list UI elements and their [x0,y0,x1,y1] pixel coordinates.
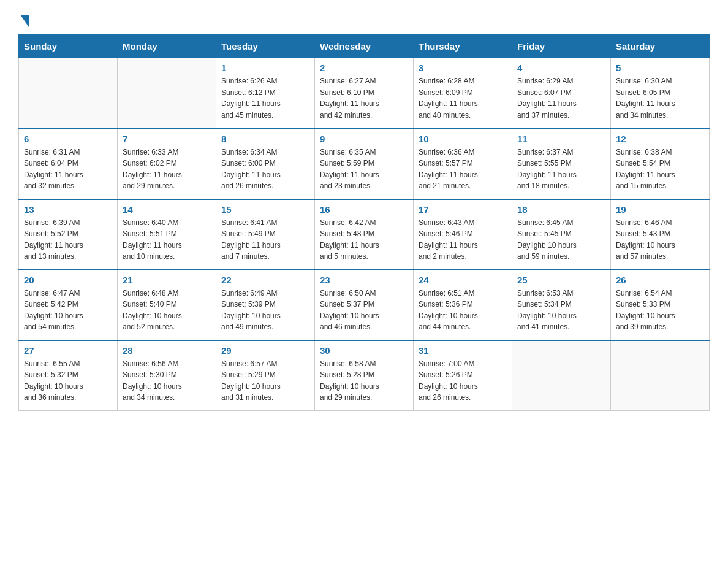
day-number: 28 [123,345,211,356]
day-info: Sunrise: 6:30 AM Sunset: 6:05 PM Dayligh… [616,75,704,121]
calendar-cell: 5Sunrise: 6:30 AM Sunset: 6:05 PM Daylig… [611,58,710,129]
day-number: 3 [419,63,507,73]
day-info: Sunrise: 6:35 AM Sunset: 5:59 PM Dayligh… [320,147,408,192]
day-number: 23 [320,275,408,285]
day-info: Sunrise: 6:38 AM Sunset: 5:54 PM Dayligh… [616,147,704,192]
day-info: Sunrise: 6:51 AM Sunset: 5:36 PM Dayligh… [419,288,507,333]
day-number: 5 [616,63,704,73]
day-number: 16 [320,204,408,215]
day-info: Sunrise: 6:34 AM Sunset: 6:00 PM Dayligh… [221,147,309,192]
calendar-cell: 3Sunrise: 6:28 AM Sunset: 6:09 PM Daylig… [414,58,512,129]
day-info: Sunrise: 6:31 AM Sunset: 6:04 PM Dayligh… [24,147,112,192]
day-number: 2 [320,63,408,73]
day-info: Sunrise: 6:54 AM Sunset: 5:33 PM Dayligh… [616,288,704,333]
day-info: Sunrise: 6:27 AM Sunset: 6:10 PM Dayligh… [320,75,408,121]
day-info: Sunrise: 6:57 AM Sunset: 5:29 PM Dayligh… [221,358,309,404]
day-info: Sunrise: 6:49 AM Sunset: 5:39 PM Dayligh… [221,288,309,333]
calendar-cell: 29Sunrise: 6:57 AM Sunset: 5:29 PM Dayli… [216,340,315,411]
weekday-header: Wednesday [315,35,414,58]
day-number: 18 [517,204,605,215]
day-number: 12 [616,134,704,144]
calendar-cell: 18Sunrise: 6:45 AM Sunset: 5:45 PM Dayli… [512,199,611,270]
calendar-cell: 19Sunrise: 6:46 AM Sunset: 5:43 PM Dayli… [611,199,710,270]
calendar-cell: 14Sunrise: 6:40 AM Sunset: 5:51 PM Dayli… [118,199,216,270]
day-info: Sunrise: 6:29 AM Sunset: 6:07 PM Dayligh… [517,75,605,121]
day-info: Sunrise: 6:56 AM Sunset: 5:30 PM Dayligh… [123,358,211,404]
day-number: 14 [123,204,211,215]
day-info: Sunrise: 6:50 AM Sunset: 5:37 PM Dayligh… [320,288,408,333]
calendar-cell: 8Sunrise: 6:34 AM Sunset: 6:00 PM Daylig… [216,129,315,199]
day-info: Sunrise: 6:45 AM Sunset: 5:45 PM Dayligh… [517,217,605,262]
calendar-cell: 17Sunrise: 6:43 AM Sunset: 5:46 PM Dayli… [414,199,512,270]
day-number: 27 [24,345,112,356]
calendar-cell [19,58,118,129]
day-number: 26 [616,275,704,285]
day-info: Sunrise: 6:58 AM Sunset: 5:28 PM Dayligh… [320,358,408,404]
calendar-cell: 2Sunrise: 6:27 AM Sunset: 6:10 PM Daylig… [315,58,414,129]
day-number: 17 [419,204,507,215]
day-info: Sunrise: 6:48 AM Sunset: 5:40 PM Dayligh… [123,288,211,333]
day-info: Sunrise: 7:00 AM Sunset: 5:26 PM Dayligh… [419,358,507,404]
day-number: 11 [517,134,605,144]
day-info: Sunrise: 6:42 AM Sunset: 5:48 PM Dayligh… [320,217,408,262]
calendar-cell: 24Sunrise: 6:51 AM Sunset: 5:36 PM Dayli… [414,270,512,340]
calendar-week-row: 27Sunrise: 6:55 AM Sunset: 5:32 PM Dayli… [19,340,710,411]
day-number: 6 [24,134,112,144]
day-number: 22 [221,275,309,285]
day-number: 15 [221,204,309,215]
calendar-cell: 23Sunrise: 6:50 AM Sunset: 5:37 PM Dayli… [315,270,414,340]
day-info: Sunrise: 6:28 AM Sunset: 6:09 PM Dayligh… [419,75,507,121]
weekday-header: Friday [512,35,611,58]
day-number: 13 [24,204,112,215]
calendar-cell: 30Sunrise: 6:58 AM Sunset: 5:28 PM Dayli… [315,340,414,411]
day-info: Sunrise: 6:53 AM Sunset: 5:34 PM Dayligh… [517,288,605,333]
logo-arrow-icon [20,15,29,27]
calendar-cell: 31Sunrise: 7:00 AM Sunset: 5:26 PM Dayli… [414,340,512,411]
weekday-header: Monday [118,35,216,58]
calendar-cell: 27Sunrise: 6:55 AM Sunset: 5:32 PM Dayli… [19,340,118,411]
day-number: 1 [221,63,309,73]
calendar-cell: 28Sunrise: 6:56 AM Sunset: 5:30 PM Dayli… [118,340,216,411]
calendar-cell: 15Sunrise: 6:41 AM Sunset: 5:49 PM Dayli… [216,199,315,270]
calendar-cell: 13Sunrise: 6:39 AM Sunset: 5:52 PM Dayli… [19,199,118,270]
calendar-cell: 26Sunrise: 6:54 AM Sunset: 5:33 PM Dayli… [611,270,710,340]
day-info: Sunrise: 6:41 AM Sunset: 5:49 PM Dayligh… [221,217,309,262]
day-info: Sunrise: 6:33 AM Sunset: 6:02 PM Dayligh… [123,147,211,192]
day-number: 9 [320,134,408,144]
calendar-cell: 1Sunrise: 6:26 AM Sunset: 6:12 PM Daylig… [216,58,315,129]
calendar-week-row: 20Sunrise: 6:47 AM Sunset: 5:42 PM Dayli… [19,270,710,340]
calendar-cell: 16Sunrise: 6:42 AM Sunset: 5:48 PM Dayli… [315,199,414,270]
calendar-cell [611,340,710,411]
weekday-header: Tuesday [216,35,315,58]
calendar-cell: 6Sunrise: 6:31 AM Sunset: 6:04 PM Daylig… [19,129,118,199]
day-info: Sunrise: 6:43 AM Sunset: 5:46 PM Dayligh… [419,217,507,262]
day-number: 20 [24,275,112,285]
day-number: 21 [123,275,211,285]
calendar-week-row: 1Sunrise: 6:26 AM Sunset: 6:12 PM Daylig… [19,58,710,129]
calendar-cell: 4Sunrise: 6:29 AM Sunset: 6:07 PM Daylig… [512,58,611,129]
calendar-cell: 25Sunrise: 6:53 AM Sunset: 5:34 PM Dayli… [512,270,611,340]
day-info: Sunrise: 6:39 AM Sunset: 5:52 PM Dayligh… [24,217,112,262]
weekday-header-row: SundayMondayTuesdayWednesdayThursdayFrid… [19,35,710,58]
calendar-cell [512,340,611,411]
day-number: 29 [221,345,309,356]
day-number: 24 [419,275,507,285]
calendar-cell: 10Sunrise: 6:36 AM Sunset: 5:57 PM Dayli… [414,129,512,199]
calendar-week-row: 13Sunrise: 6:39 AM Sunset: 5:52 PM Dayli… [19,199,710,270]
day-info: Sunrise: 6:37 AM Sunset: 5:55 PM Dayligh… [517,147,605,192]
weekday-header: Thursday [414,35,512,58]
logo [18,12,29,23]
day-number: 7 [123,134,211,144]
calendar-table: SundayMondayTuesdayWednesdayThursdayFrid… [18,34,710,411]
calendar-cell: 9Sunrise: 6:35 AM Sunset: 5:59 PM Daylig… [315,129,414,199]
calendar-cell: 11Sunrise: 6:37 AM Sunset: 5:55 PM Dayli… [512,129,611,199]
day-info: Sunrise: 6:40 AM Sunset: 5:51 PM Dayligh… [123,217,211,262]
calendar-cell: 20Sunrise: 6:47 AM Sunset: 5:42 PM Dayli… [19,270,118,340]
calendar-cell: 21Sunrise: 6:48 AM Sunset: 5:40 PM Dayli… [118,270,216,340]
page-header [18,12,710,23]
calendar-cell: 22Sunrise: 6:49 AM Sunset: 5:39 PM Dayli… [216,270,315,340]
day-info: Sunrise: 6:47 AM Sunset: 5:42 PM Dayligh… [24,288,112,333]
weekday-header: Saturday [611,35,710,58]
day-number: 25 [517,275,605,285]
calendar-cell: 7Sunrise: 6:33 AM Sunset: 6:02 PM Daylig… [118,129,216,199]
